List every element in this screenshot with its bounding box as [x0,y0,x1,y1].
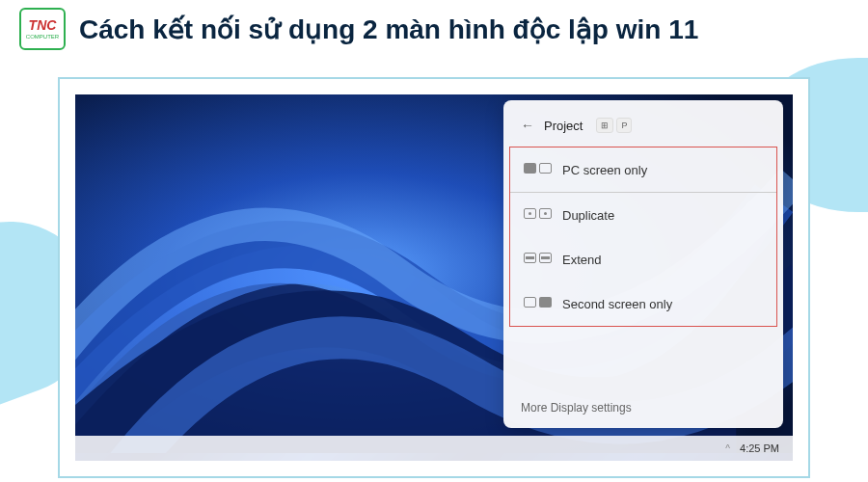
page-title: Cách kết nối sử dụng 2 màn hình độc lập … [79,13,698,45]
logo-main-text: TNC [29,18,57,32]
windows-desktop: ← Project ⊞ P PC screen only [75,94,793,461]
option-pc-screen-only[interactable]: PC screen only [510,147,776,193]
back-arrow-icon[interactable]: ← [521,118,534,133]
screenshot-container: ← Project ⊞ P PC screen only [58,77,810,478]
project-options-highlight: PC screen only Duplicate [509,147,777,327]
tnc-logo: TNC COMPUTER [19,8,66,50]
option-label: Duplicate [562,208,614,223]
pc-screen-only-icon [524,161,551,178]
article-header: TNC COMPUTER Cách kết nối sử dụng 2 màn … [0,0,868,58]
shortcut-key-p: P [616,118,632,133]
windows-taskbar[interactable]: ^ 4:25 PM [75,436,793,461]
option-duplicate[interactable]: Duplicate [510,193,776,237]
panel-header: ← Project ⊞ P [503,114,783,147]
option-extend[interactable]: Extend [510,237,776,281]
more-display-settings-link[interactable]: More Display settings [521,401,632,415]
duplicate-icon [524,206,551,224]
shortcut-hint: ⊞ P [596,118,632,133]
option-label: Second screen only [562,297,672,311]
logo-sub-text: COMPUTER [26,34,59,40]
taskbar-clock[interactable]: 4:25 PM [740,442,779,454]
option-label: Extend [562,253,601,267]
panel-title: Project [544,119,583,133]
shortcut-key-win: ⊞ [596,118,613,133]
project-flyout-panel: ← Project ⊞ P PC screen only [503,100,783,428]
taskbar-chevron-icon[interactable]: ^ [725,443,730,454]
second-screen-only-icon [524,295,551,312]
option-label: PC screen only [562,163,647,177]
extend-icon [524,251,551,268]
option-second-screen-only[interactable]: Second screen only [510,281,776,326]
